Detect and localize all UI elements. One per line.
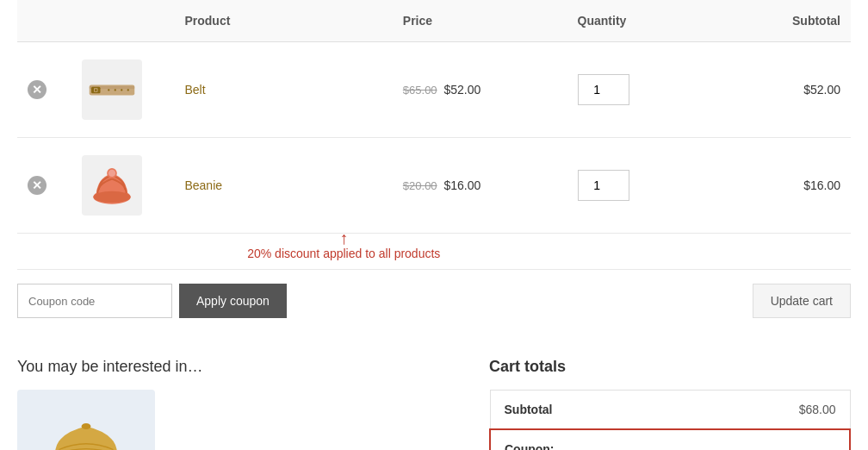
svg-point-4 [95, 89, 97, 91]
interested-product-cap[interactable] [17, 390, 155, 450]
discount-text: 20% discount applied to all products [247, 247, 440, 260]
subtotal-cell-belt: $52.00 [720, 42, 851, 138]
beanie-quantity-input[interactable] [578, 170, 629, 201]
beanie-image [82, 155, 142, 216]
cart-totals-title: Cart totals [489, 358, 851, 376]
page-wrapper: Product Price Quantity Subtotal ✕ [0, 0, 868, 450]
image-cell-beanie [71, 138, 174, 234]
cart-totals: Cart totals Subtotal $68.00 Coupon: gets… [489, 358, 851, 450]
col-product-header: Product [174, 0, 392, 42]
svg-point-14 [82, 422, 91, 428]
belt-svg [86, 72, 138, 107]
discount-annotation-row: ↑ 20% discount applied to all products [17, 234, 851, 270]
bottom-section: You may be interested in… [0, 332, 868, 450]
coupon-section: Apply coupon Update cart [17, 270, 851, 332]
update-cart-button[interactable]: Update cart [753, 284, 851, 318]
col-subtotal-header: Subtotal [720, 0, 851, 42]
belt-price-new: $52.00 [443, 83, 480, 97]
header-row: Product Price Quantity Subtotal [17, 0, 851, 42]
belt-quantity-input[interactable] [578, 74, 629, 105]
svg-point-6 [115, 89, 116, 91]
col-price-header: Price [393, 0, 567, 42]
coupon-remove-cell: [Remove] [634, 429, 850, 450]
remove-beanie-button[interactable]: ✕ [28, 176, 46, 195]
qty-cell-belt [567, 42, 720, 138]
remove-belt-button[interactable]: ✕ [28, 80, 46, 99]
col-quantity-header: Quantity [567, 0, 720, 42]
subtotal-cell-beanie: $16.00 [720, 138, 851, 234]
cart-table-wrapper: Product Price Quantity Subtotal ✕ [17, 0, 851, 332]
name-cell-beanie: Beanie [174, 138, 392, 234]
discount-annotation-spacer [567, 234, 851, 270]
svg-point-10 [94, 191, 131, 202]
cap-svg [47, 409, 125, 451]
totals-body: Subtotal $68.00 Coupon: getsecond20 [Rem… [490, 391, 850, 451]
totals-table: Subtotal $68.00 Coupon: getsecond20 [Rem… [489, 390, 851, 450]
belt-link[interactable]: Belt [184, 83, 205, 97]
svg-point-7 [121, 89, 122, 91]
col-image-header [71, 0, 174, 42]
table-row: ✕ [17, 42, 851, 138]
up-arrow-icon: ↑ [339, 229, 348, 247]
discount-annotation-cell: ↑ 20% discount applied to all products [17, 234, 567, 270]
cart-table-body: ✕ [17, 42, 851, 270]
table-row: ✕ [17, 138, 851, 234]
coupon-left: Apply coupon [17, 284, 287, 318]
remove-cell-beanie: ✕ [17, 138, 71, 234]
belt-image [82, 59, 142, 120]
beanie-price-new: $16.00 [443, 178, 480, 192]
interested-content: coupon applied → [17, 390, 455, 450]
svg-point-12 [108, 169, 115, 176]
subtotal-value: $68.00 [634, 391, 850, 430]
subtotal-row: Subtotal $68.00 [490, 391, 850, 430]
price-cell-belt: $65.00 $52.00 [393, 42, 567, 138]
svg-point-8 [127, 89, 129, 91]
svg-point-5 [108, 89, 109, 91]
coupon-input[interactable] [17, 284, 172, 318]
beanie-price-old: $20.00 [403, 179, 437, 192]
col-remove-header [17, 0, 71, 42]
price-cell-beanie: $20.00 $16.00 [393, 138, 567, 234]
beanie-link[interactable]: Beanie [184, 178, 222, 192]
coupon-totals-row: Coupon: getsecond20 [Remove] [490, 429, 850, 450]
coupon-label: Coupon: getsecond20 [490, 429, 634, 450]
image-cell-belt [71, 42, 174, 138]
name-cell-belt: Belt [174, 42, 392, 138]
beanie-svg [90, 162, 133, 209]
cart-table: Product Price Quantity Subtotal ✕ [17, 0, 851, 270]
interested-section: You may be interested in… [17, 358, 455, 450]
cart-table-head: Product Price Quantity Subtotal [17, 0, 851, 42]
belt-price-old: $65.00 [403, 84, 437, 97]
subtotal-label: Subtotal [490, 391, 634, 430]
main-content: Product Price Quantity Subtotal ✕ [0, 0, 868, 332]
remove-cell-belt: ✕ [17, 42, 71, 138]
apply-coupon-button[interactable]: Apply coupon [179, 284, 287, 318]
interested-title: You may be interested in… [17, 358, 455, 376]
qty-cell-beanie [567, 138, 720, 234]
